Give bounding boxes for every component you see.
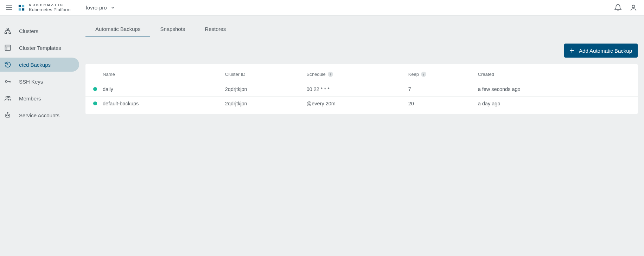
- project-name: lovro-pro: [86, 5, 107, 11]
- sidebar-item-label: Members: [19, 96, 41, 101]
- user-icon: [630, 4, 637, 12]
- tab-label: Automatic Backups: [95, 26, 140, 32]
- col-header-cluster-id[interactable]: Cluster ID: [222, 64, 304, 82]
- svg-point-7: [632, 5, 635, 7]
- backups-table-card: Name Cluster ID Schedule i Keep i: [85, 64, 638, 114]
- bell-icon: [614, 4, 622, 12]
- header-text: Schedule: [307, 72, 326, 77]
- backups-table: Name Cluster ID Schedule i Keep i: [85, 64, 638, 114]
- svg-rect-9: [5, 32, 7, 33]
- svg-rect-10: [9, 32, 11, 33]
- header-text: Keep: [408, 72, 419, 77]
- cell-schedule: @every 20m: [304, 97, 406, 114]
- chevron-down-icon: [110, 5, 115, 10]
- svg-rect-20: [6, 114, 10, 117]
- sidebar-item-label: Cluster Templates: [19, 45, 61, 51]
- cell-keep: 20: [406, 97, 475, 114]
- brand-line1: KUBERMATIC: [29, 4, 71, 7]
- tab-restores[interactable]: Restores: [195, 20, 236, 37]
- plus-icon: [568, 47, 575, 54]
- project-selector[interactable]: lovro-pro: [86, 5, 115, 11]
- brand-logo[interactable]: KUBERMATIC Kubernetes Platform: [17, 3, 71, 12]
- svg-marker-4: [22, 5, 25, 7]
- svg-point-14: [5, 81, 7, 83]
- cell-cluster-id: 2qdrjtkjpn: [222, 82, 304, 97]
- templates-icon: [4, 44, 11, 51]
- svg-point-18: [6, 96, 8, 98]
- svg-marker-5: [19, 8, 21, 11]
- info-icon[interactable]: i: [421, 72, 426, 77]
- hamburger-icon: [5, 4, 13, 12]
- sidebar-item-clusters[interactable]: Clusters: [0, 24, 79, 38]
- brand-line2: Kubernetes Platform: [29, 7, 71, 12]
- members-icon: [4, 95, 11, 102]
- key-icon: [4, 78, 11, 85]
- robot-icon: [4, 112, 11, 119]
- col-header-created[interactable]: Created: [475, 64, 617, 82]
- add-automatic-backup-button[interactable]: Add Automatic Backup: [564, 44, 638, 58]
- svg-rect-11: [5, 45, 11, 51]
- sidebar-item-cluster-templates[interactable]: Cluster Templates: [0, 41, 79, 55]
- svg-point-24: [8, 115, 9, 116]
- notifications-button[interactable]: [610, 0, 626, 15]
- kubermatic-logo-icon: [17, 3, 26, 12]
- sidebar-item-label: SSH Keys: [19, 79, 43, 85]
- cell-created: a few seconds ago: [475, 82, 617, 97]
- sidebar-item-label: Clusters: [19, 28, 38, 34]
- col-header-schedule[interactable]: Schedule i: [304, 64, 406, 82]
- sidebar-item-label: etcd Backups: [19, 62, 51, 68]
- svg-rect-8: [7, 28, 9, 29]
- main-content: Automatic Backups Snapshots Restores Add…: [79, 15, 644, 125]
- table-row[interactable]: default-backups 2qdrjtkjpn @every 20m 20…: [85, 97, 638, 114]
- button-label: Add Automatic Backup: [579, 48, 632, 54]
- col-header-name[interactable]: Name: [100, 64, 222, 82]
- menu-toggle-button[interactable]: [3, 1, 15, 14]
- svg-point-23: [7, 115, 7, 116]
- cell-keep: 7: [406, 82, 475, 97]
- cell-name: default-backups: [100, 97, 222, 114]
- sidebar-item-members[interactable]: Members: [0, 91, 79, 105]
- table-row[interactable]: daily 2qdrjtkjpn 00 22 * * * 7 a few sec…: [85, 82, 638, 97]
- cell-schedule: 00 22 * * *: [304, 82, 406, 97]
- svg-point-19: [8, 96, 10, 98]
- col-header-keep[interactable]: Keep i: [406, 64, 475, 82]
- sidebar-item-label: Service Accounts: [19, 112, 59, 118]
- sidebar-item-etcd-backups[interactable]: etcd Backups: [0, 58, 79, 72]
- sidebar-nav: Clusters Cluster Templates etcd Backup: [0, 15, 79, 125]
- sidebar-item-ssh-keys[interactable]: SSH Keys: [0, 74, 79, 88]
- cell-name: daily: [100, 82, 222, 97]
- cell-cluster-id: 2qdrjtkjpn: [222, 97, 304, 114]
- tab-automatic-backups[interactable]: Automatic Backups: [85, 20, 150, 37]
- history-icon: [4, 61, 11, 68]
- info-icon[interactable]: i: [328, 72, 333, 77]
- tab-snapshots[interactable]: Snapshots: [150, 20, 195, 37]
- cell-created: a day ago: [475, 97, 617, 114]
- status-dot-healthy: [93, 101, 97, 105]
- sidebar-item-service-accounts[interactable]: Service Accounts: [0, 108, 79, 122]
- svg-marker-6: [22, 8, 25, 11]
- app-header: KUBERMATIC Kubernetes Platform lovro-pro: [0, 0, 644, 15]
- tabs-bar: Automatic Backups Snapshots Restores: [85, 20, 638, 37]
- user-account-button[interactable]: [626, 0, 641, 15]
- svg-marker-3: [19, 5, 21, 7]
- status-dot-healthy: [93, 87, 97, 91]
- tab-label: Snapshots: [160, 26, 185, 32]
- tab-label: Restores: [205, 26, 226, 32]
- clusters-icon: [4, 27, 11, 34]
